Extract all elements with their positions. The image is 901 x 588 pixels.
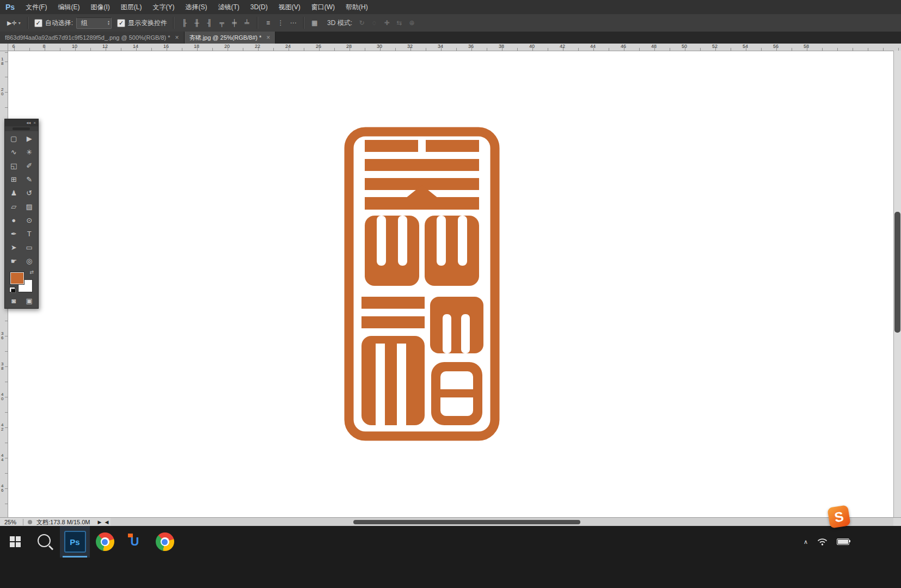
- menu-item-8[interactable]: 3D(D): [245, 0, 273, 14]
- distribute-vertical-icon[interactable]: ≡: [262, 18, 274, 28]
- align-top-edges-icon[interactable]: ╤: [216, 18, 228, 28]
- horizontal-scrollbar[interactable]: [111, 518, 893, 526]
- zoom-tool[interactable]: ◎: [22, 254, 38, 268]
- vertical-ruler-number: 18: [1, 57, 5, 66]
- align-vertical-centers-icon[interactable]: ╪: [229, 18, 240, 28]
- brush-tool[interactable]: ✎: [22, 173, 38, 186]
- align-horizontal-centers-icon[interactable]: ╫: [191, 18, 203, 28]
- distribute-evenly-icon[interactable]: ⋯: [287, 18, 299, 28]
- u-app-icon: U: [126, 532, 144, 551]
- windows-logo-icon: [10, 536, 21, 547]
- move-tool[interactable]: ▶: [22, 132, 38, 145]
- status-menu-arrow-icon[interactable]: ▶: [97, 519, 101, 525]
- taskbar-photoshop[interactable]: Ps: [60, 526, 90, 558]
- spinner-down-icon[interactable]: ▾: [108, 23, 109, 26]
- wifi-icon[interactable]: [817, 538, 828, 546]
- hand-tool[interactable]: ☛: [6, 254, 22, 268]
- swap-colors-icon[interactable]: ⇄: [29, 270, 34, 275]
- eraser-tool[interactable]: ▱: [6, 200, 22, 213]
- blur-tool[interactable]: ●: [6, 213, 22, 227]
- menu-item-3[interactable]: 图像(I): [85, 0, 115, 14]
- taskbar: Ps U ∧: [0, 526, 901, 588]
- vertical-scrollbar[interactable]: [893, 51, 901, 517]
- quick-mask-icon[interactable]: ◙: [6, 294, 22, 308]
- sogou-logo[interactable]: S: [827, 505, 850, 528]
- search-button[interactable]: [30, 526, 60, 558]
- menu-item-7[interactable]: 滤镜(T): [212, 0, 244, 14]
- palette-drag-handle[interactable]: [5, 126, 38, 131]
- horizontal-ruler[interactable]: 6810121416182022242628303234363840424446…: [8, 44, 901, 51]
- system-tray: ∧: [804, 526, 849, 558]
- lasso-tool[interactable]: ∿: [6, 145, 22, 159]
- horizontal-ruler-number: 54: [743, 44, 748, 49]
- spinner-icon[interactable]: ▴ ▾: [108, 20, 109, 26]
- horizontal-ruler-number: 12: [102, 44, 108, 49]
- auto-align-layers-icon[interactable]: ▦: [309, 18, 320, 28]
- document-tab-1[interactable]: f863d9f4aa0a92ad57d91c9f51289f5d_.png @ …: [0, 32, 185, 44]
- dodge-tool[interactable]: ⊙: [22, 213, 38, 227]
- menu-item-9[interactable]: 视图(V): [273, 0, 306, 14]
- eyedropper-tool[interactable]: ✐: [22, 159, 38, 173]
- horizontal-ruler-number: 26: [316, 44, 321, 49]
- 3d-slide-icon[interactable]: ⇆: [394, 18, 405, 28]
- tab-close-icon[interactable]: ×: [175, 34, 179, 41]
- 3d-roll-icon[interactable]: ◌: [369, 18, 380, 28]
- horizontal-ruler-number: 22: [255, 44, 260, 49]
- auto-select-checkbox[interactable]: ✓: [34, 19, 42, 27]
- distribute-horizontal-icon[interactable]: ⋮: [275, 18, 286, 28]
- menu-item-6[interactable]: 选择(S): [180, 0, 212, 14]
- zoom-level-field[interactable]: 25%: [0, 519, 20, 525]
- horizontal-ruler-number: 20: [224, 44, 230, 49]
- canvas[interactable]: [8, 51, 894, 517]
- path-selection-tool[interactable]: ➤: [6, 241, 22, 254]
- type-tool[interactable]: T: [22, 227, 38, 241]
- clone-stamp-tool[interactable]: ♟: [6, 186, 22, 200]
- current-tool-indicator[interactable]: ▶✛ ▾: [4, 20, 23, 27]
- menu-item-2[interactable]: 编辑(E): [52, 0, 85, 14]
- document-tab-2[interactable]: 夯猪.jpg @ 25%(RGB/8#) *×: [185, 32, 276, 44]
- align-bottom-edges-icon[interactable]: ╧: [241, 18, 253, 28]
- tab-close-icon[interactable]: ×: [266, 34, 270, 41]
- spot-healing-brush-tool[interactable]: ⊞: [6, 173, 22, 186]
- tray-expand-icon[interactable]: ∧: [804, 538, 808, 546]
- taskbar-u-app[interactable]: U: [120, 526, 150, 558]
- photoshop-window: Ps 文件(F)编辑(E)图像(I)图层(L)文字(Y)选择(S)滤镜(T)3D…: [0, 0, 901, 588]
- default-colors-icon[interactable]: [9, 287, 15, 292]
- vertical-scrollbar-thumb[interactable]: [894, 212, 900, 333]
- pen-tool[interactable]: ✒: [6, 227, 22, 241]
- menu-item-5[interactable]: 文字(Y): [147, 0, 180, 14]
- menu-item-10[interactable]: 窗口(W): [306, 0, 340, 14]
- vertical-ruler-number: 42: [1, 423, 5, 432]
- history-brush-tool[interactable]: ↺: [22, 186, 38, 200]
- auto-select-dropdown[interactable]: 组 ▴ ▾: [76, 17, 112, 29]
- menu-item-4[interactable]: 图层(L): [115, 0, 148, 14]
- taskbar-chrome-2[interactable]: [150, 526, 180, 558]
- rectangular-marquee-tool[interactable]: ▢: [6, 132, 22, 145]
- show-transform-checkbox[interactable]: ✓: [117, 19, 125, 27]
- 3d-rotate-icon[interactable]: ↻: [356, 18, 367, 28]
- move-tool-icon: ▶✛: [7, 20, 17, 27]
- tab-title: f863d9f4aa0a92ad57d91c9f51289f5d_.png @ …: [5, 34, 170, 41]
- scroll-left-icon[interactable]: ◀: [105, 519, 108, 525]
- close-panel-icon[interactable]: ×: [33, 120, 36, 125]
- menu-item-11[interactable]: 帮助(H): [340, 0, 373, 14]
- crop-tool[interactable]: ◱: [6, 159, 22, 173]
- 3d-zoom-icon[interactable]: ⊕: [406, 18, 418, 28]
- horizontal-ruler-number: 40: [529, 44, 535, 49]
- 3d-pan-icon[interactable]: ✚: [381, 18, 393, 28]
- horizontal-ruler-number: 36: [468, 44, 474, 49]
- menu-item-1[interactable]: 文件(F): [20, 0, 52, 14]
- foreground-color-swatch[interactable]: [10, 272, 24, 284]
- screen-mode-icon[interactable]: ▣: [22, 294, 38, 308]
- ruler-corner: [0, 44, 8, 51]
- gradient-tool[interactable]: ▨: [22, 200, 38, 213]
- align-left-edges-icon[interactable]: ╟: [179, 18, 190, 28]
- magic-wand-tool[interactable]: ✳: [22, 145, 38, 159]
- rectangle-tool[interactable]: ▭: [22, 241, 38, 254]
- horizontal-scrollbar-thumb[interactable]: [353, 520, 580, 524]
- battery-icon[interactable]: [837, 538, 849, 545]
- align-right-edges-icon[interactable]: ╢: [204, 18, 215, 28]
- taskbar-chrome-1[interactable]: [90, 526, 120, 558]
- collapse-panels-icon[interactable]: ◂◂: [26, 120, 30, 125]
- start-button[interactable]: [0, 526, 30, 558]
